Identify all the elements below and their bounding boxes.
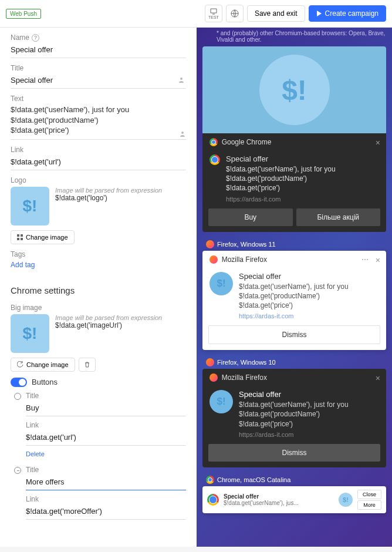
field-tags: Tags Add tag xyxy=(11,250,186,269)
chrome-small-icon xyxy=(209,154,220,165)
btn1-link-label: Link xyxy=(26,421,186,429)
preview-text: $!data.get('userName'), jus... xyxy=(224,500,334,506)
preview-title: Special offer xyxy=(239,390,349,399)
firefox-icon xyxy=(209,255,218,264)
delete-button-link[interactable]: Delete xyxy=(26,450,186,457)
persona-icon[interactable] xyxy=(178,76,185,85)
preview-text: $!data.get('userName'), just for you $!d… xyxy=(239,282,349,311)
trash-icon xyxy=(84,361,90,368)
name-label: Name? xyxy=(11,33,186,42)
grid-icon xyxy=(17,234,23,240)
btn2-title-label: Title xyxy=(26,466,186,474)
title-label: Title xyxy=(11,64,186,72)
close-icon[interactable]: × xyxy=(376,138,380,147)
buttons-toggle-label: Buttons xyxy=(32,378,58,386)
preview-firefox-actions: Dismiss xyxy=(202,444,386,467)
preview-chrome-mac: Special offer $!data.get('userName'), ju… xyxy=(202,486,386,513)
preview-browser-name: Mozilla Firefox xyxy=(222,373,267,382)
close-icon[interactable]: × xyxy=(376,373,380,383)
preview-chrome-actions: Buy Більше акцій xyxy=(202,208,386,232)
badge-web-push: Web Push xyxy=(6,9,41,19)
preview-title: Special offer xyxy=(224,493,334,500)
chrome-icon xyxy=(207,494,219,506)
preview-chrome-head: Google Chrome × xyxy=(202,133,386,151)
platform-chrome-mac: Chrome, macOS Catalina xyxy=(206,476,386,484)
button-entry-2: Title Link xyxy=(26,466,186,520)
globe-button[interactable] xyxy=(226,5,244,22)
preview-firefox-actions: Dismiss xyxy=(202,325,386,350)
preview-panel: * and (probably) other Chromium-based br… xyxy=(197,28,392,547)
text-label: Text xyxy=(11,95,186,103)
svg-point-1 xyxy=(180,78,183,80)
close-icon[interactable]: × xyxy=(376,255,380,265)
play-icon xyxy=(316,11,322,16)
bullet-icon xyxy=(14,393,21,400)
bigimage-preview: $! xyxy=(11,314,49,353)
preview-firefox-w10: Mozilla Firefox × $! Special offer $!dat… xyxy=(202,369,386,467)
help-icon[interactable]: ? xyxy=(32,34,39,42)
field-link: Link xyxy=(11,146,186,170)
preview-text: $!data.get('userName'), just for you $!d… xyxy=(226,164,336,193)
preview-dismiss-button[interactable]: Dismiss xyxy=(208,325,380,344)
link-label: Link xyxy=(11,146,186,154)
more-icon[interactable]: ⋯ xyxy=(361,255,369,264)
preview-buy-button[interactable]: Buy xyxy=(208,208,293,226)
name-input[interactable] xyxy=(11,43,186,58)
dollar-icon: $! xyxy=(259,55,330,125)
link-input[interactable] xyxy=(11,156,186,170)
preview-dismiss-button[interactable]: Dismiss xyxy=(208,444,380,462)
field-bigimage: Big image $! Image will be parsed from e… xyxy=(11,304,186,372)
text-input[interactable]: $!data.get('userName'), just for you $!d… xyxy=(11,105,186,140)
bigimage-label: Big image xyxy=(11,304,186,312)
preview-more-button[interactable]: Більше акцій xyxy=(296,208,381,226)
save-exit-button[interactable]: Save and exit xyxy=(247,5,305,22)
logo-preview: $! xyxy=(11,187,49,225)
preview-url: https://ardas-it.com xyxy=(226,196,336,203)
change-bigimage-button[interactable]: Change image xyxy=(11,358,75,372)
btn2-link-input[interactable] xyxy=(26,505,186,520)
preview-close-button[interactable]: Close xyxy=(357,490,381,499)
preview-logo: $! xyxy=(339,493,353,507)
main-area: Name? Title Text $!data.get('userName'),… xyxy=(0,28,392,547)
field-name: Name? xyxy=(11,33,186,58)
test-label: TEST xyxy=(208,15,219,19)
platform-firefox-w10: Firefox, Windows 10 xyxy=(206,358,386,366)
field-title: Title xyxy=(11,64,186,89)
field-logo: Logo $! Image will be parsed from expres… xyxy=(11,176,186,244)
test-button[interactable]: TEST xyxy=(205,5,222,22)
preview-url: https://ardas-it.com xyxy=(239,431,349,438)
field-text: Text $!data.get('userName'), just for yo… xyxy=(11,95,186,140)
btn2-title-input[interactable] xyxy=(26,476,186,490)
btn1-title-label: Title xyxy=(26,392,186,400)
preview-logo: $! xyxy=(209,272,233,295)
buttons-toggle[interactable] xyxy=(11,378,27,387)
tags-label: Tags xyxy=(11,250,186,258)
clock-icon xyxy=(14,467,21,474)
create-campaign-button[interactable]: Create campaign xyxy=(309,5,386,22)
chrome-icon xyxy=(209,138,218,146)
chromium-note: * and (probably) other Chromium-based br… xyxy=(217,30,386,43)
firefox-icon xyxy=(209,373,218,382)
btn1-title-input[interactable] xyxy=(26,402,186,416)
btn1-link-input[interactable] xyxy=(26,431,186,446)
test-icon xyxy=(209,8,218,15)
refresh-icon xyxy=(17,361,23,368)
firefox-icon xyxy=(206,358,214,366)
dollar-icon: $! xyxy=(23,324,38,343)
btn2-link-label: Link xyxy=(26,495,186,503)
preview-title: Special offer xyxy=(226,154,336,163)
bigimage-parse-note: Image will be parsed from expression xyxy=(55,314,162,321)
chrome-icon xyxy=(206,476,214,484)
topbar: Web Push TEST Save and exit Create campa… xyxy=(0,0,392,28)
title-input[interactable] xyxy=(11,74,186,89)
firefox-icon xyxy=(206,240,214,248)
preview-browser-name: Mozilla Firefox xyxy=(222,255,267,264)
change-logo-button[interactable]: Change image xyxy=(11,230,75,244)
preview-firefox-w11: Mozilla Firefox ⋯ × $! Special offer $!d… xyxy=(202,251,386,351)
preview-browser-name: Google Chrome xyxy=(222,138,272,146)
preview-more-button[interactable]: More xyxy=(357,500,381,510)
logo-label: Logo xyxy=(11,176,186,184)
delete-bigimage-button[interactable] xyxy=(79,358,96,372)
add-tag-link[interactable]: Add tag xyxy=(11,261,35,269)
bigimage-expression: $!data.get('imageUrl') xyxy=(55,321,162,329)
